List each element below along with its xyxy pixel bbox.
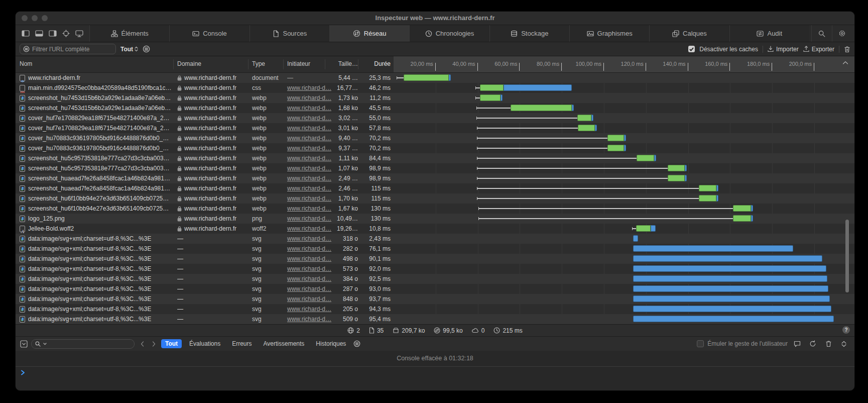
console-evaluate-button[interactable] (791, 341, 803, 347)
waterfall-request-bar[interactable] (636, 225, 651, 232)
column-header-size[interactable]: Taille… (329, 56, 358, 72)
disable-caches-checkbox[interactable] (688, 46, 695, 52)
tab-network[interactable]: Réseau (329, 25, 409, 42)
waterfall-request-bar[interactable] (480, 94, 501, 101)
console-search-input[interactable] (31, 339, 135, 349)
resource-type-filter[interactable]: Tout (120, 46, 138, 53)
console-scope-all[interactable]: Tout (161, 339, 182, 348)
network-request-row[interactable]: cover_huf7e1708829ea18f6715e48271400e87a… (16, 123, 854, 133)
network-request-row[interactable]: screenshot_hu6f10bb94e27e3d63b651409cb07… (16, 193, 854, 204)
waterfall-request-bar[interactable] (699, 185, 716, 191)
tab-audit[interactable]: Audit (729, 25, 809, 42)
waterfall-response-bar[interactable] (654, 155, 656, 161)
request-initiator-link[interactable]: www.richard-d… (287, 304, 335, 314)
waterfall-response-bar[interactable] (591, 115, 593, 121)
waterfall-response-bar[interactable] (572, 105, 574, 111)
request-initiator-link[interactable]: www.richard-d… (287, 314, 335, 324)
console-scope-evaluations[interactable]: Évaluations (185, 339, 224, 348)
column-header-name[interactable]: Nom (20, 56, 32, 72)
network-request-row[interactable]: data:image/svg+xml;charset=utf-8,%3C...%… (16, 274, 854, 284)
network-request-row[interactable]: data:image/svg+xml;charset=utf-8,%3C...%… (16, 304, 854, 314)
tab-storage[interactable]: Stockage (489, 25, 569, 42)
request-initiator-link[interactable]: www.richard-d… (287, 103, 335, 113)
search-button[interactable] (811, 25, 832, 42)
tab-console[interactable]: Console (169, 25, 249, 42)
waterfall-response-bar[interactable] (595, 125, 597, 131)
console-scope-logs[interactable]: Historiques (312, 339, 350, 348)
waterfall-response-bar[interactable] (504, 84, 572, 91)
waterfall-response-bar[interactable] (633, 285, 829, 292)
request-initiator-link[interactable]: www.richard-d… (287, 254, 335, 264)
network-request-row[interactable]: screenshot_hu7453d15b6b2a929e1adaa8e7a06… (16, 103, 854, 113)
close-window-button[interactable] (22, 15, 28, 21)
console-filter-button[interactable] (353, 340, 360, 347)
waterfall-response-bar[interactable] (751, 215, 753, 222)
dock-right-button[interactable] (49, 30, 57, 37)
waterfall-request-bar[interactable] (733, 205, 751, 212)
vertical-scrollbar-thumb[interactable] (845, 220, 849, 292)
inspect-element-icon[interactable] (62, 30, 70, 37)
request-initiator-link[interactable]: www.richard-d… (287, 284, 335, 294)
request-initiator-link[interactable]: www.richard-d… (287, 244, 335, 254)
request-initiator-link[interactable]: www.richard-d… (287, 93, 335, 103)
waterfall-response-bar[interactable] (633, 245, 793, 252)
waterfall-request-bar[interactable] (637, 155, 654, 161)
waterfall-request-bar[interactable] (668, 175, 685, 181)
collapse-console-button[interactable] (838, 341, 850, 347)
network-request-row[interactable]: data:image/svg+xml;charset=utf-8,%3C...%… (16, 244, 854, 254)
emulate-user-gesture-checkbox[interactable] (697, 340, 704, 347)
waterfall-response-bar[interactable] (685, 165, 687, 171)
request-initiator-link[interactable]: www.richard-d… (287, 83, 335, 93)
request-initiator-link[interactable]: www.richard-d… (287, 214, 335, 224)
tab-elements[interactable]: Éléments (89, 25, 169, 42)
minimize-window-button[interactable] (32, 15, 38, 21)
column-header-type[interactable]: Type (252, 56, 265, 72)
request-initiator-link[interactable]: www.richard-d… (287, 193, 335, 204)
request-initiator-link[interactable]: www.richard-d… (287, 274, 335, 284)
request-initiator-link[interactable]: www.richard-d… (287, 224, 335, 234)
dock-left-button[interactable] (22, 30, 30, 37)
console-scope-warnings[interactable]: Avertissements (260, 339, 309, 348)
waterfall-request-bar[interactable] (480, 84, 504, 91)
dock-bottom-button[interactable] (35, 30, 43, 37)
request-initiator-link[interactable]: www.richard-d… (287, 163, 335, 173)
waterfall-response-bar[interactable] (685, 175, 687, 181)
waterfall-response-bar[interactable] (716, 195, 718, 201)
waterfall-response-bar[interactable] (651, 225, 656, 232)
export-button[interactable]: Exporter (803, 46, 834, 53)
column-header-duration[interactable]: Durée (361, 56, 391, 72)
request-initiator-link[interactable]: www.richard-d… (287, 234, 335, 244)
waterfall-response-bar[interactable] (624, 135, 626, 141)
import-button[interactable]: Importer (768, 46, 799, 53)
console-prompt[interactable] (16, 367, 854, 378)
network-request-row[interactable]: screenshot_hu5c957353818e777ca27d3c3cba0… (16, 153, 854, 163)
network-request-row[interactable]: screenshot_hu7453d15b6b2a929e1adaa8e7a06… (16, 93, 854, 103)
network-request-row[interactable]: cover_hu70883c936197805bd916c4488876d0b0… (16, 133, 854, 143)
network-request-row[interactable]: www.richard-dern.fr www.richard-dern.fr … (16, 73, 854, 83)
request-initiator-link[interactable]: www.richard-d… (287, 294, 335, 304)
waterfall-response-bar[interactable] (633, 275, 828, 282)
tab-graphics[interactable]: Graphismes (569, 25, 649, 42)
waterfall-response-bar[interactable] (633, 265, 826, 272)
waterfall-response-bar[interactable] (449, 74, 451, 81)
waterfall-request-bar[interactable] (699, 195, 716, 201)
network-request-row[interactable]: data:image/svg+xml;charset=utf-8,%3C...%… (16, 314, 854, 324)
network-request-row[interactable]: data:image/svg+xml;charset=utf-8,%3C...%… (16, 264, 854, 274)
waterfall-response-bar[interactable] (633, 316, 834, 322)
scroll-up-arrow[interactable] (842, 61, 848, 65)
network-request-row[interactable]: logo_125.png www.richard-dern.fr png www… (16, 214, 854, 224)
tab-layers[interactable]: Calques (649, 25, 729, 42)
waterfall-response-bar[interactable] (751, 205, 753, 212)
network-request-row[interactable]: cover_hu70883c936197805bd916c4488876d0b0… (16, 143, 854, 153)
next-result-button[interactable] (150, 341, 158, 347)
waterfall-response-bar[interactable] (501, 94, 503, 101)
waterfall-request-bar[interactable] (668, 165, 685, 171)
waterfall-request-bar[interactable] (577, 115, 591, 121)
help-button[interactable]: ? (842, 326, 850, 334)
network-request-row[interactable]: data:image/svg+xml;charset=utf-8,%3C...%… (16, 234, 854, 244)
network-request-row[interactable]: screenshot_hu6f10bb94e27e3d63b651409cb07… (16, 204, 854, 214)
network-request-row[interactable]: screenshot_huaead7fe26a8458fcac1a46b824a… (16, 183, 854, 193)
waterfall-response-bar[interactable] (633, 255, 823, 262)
waterfall-response-bar[interactable] (633, 295, 830, 302)
waterfall-request-bar[interactable] (607, 145, 624, 151)
